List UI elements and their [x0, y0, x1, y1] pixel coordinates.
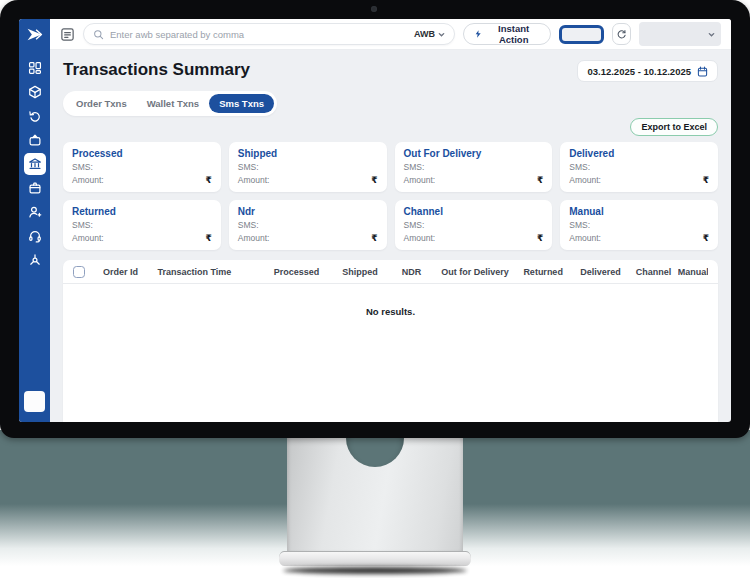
card-title: Shipped: [238, 148, 378, 159]
rupee-symbol: ₹: [371, 175, 377, 185]
integrations-icon: [28, 253, 42, 267]
monitor-bezel: AWB Instant Action: [0, 0, 750, 438]
transactions-table: Order Id Transaction Time Processed Ship…: [63, 260, 718, 422]
amount-label: Amount:: [569, 175, 601, 185]
instant-action-label: Instant Action: [487, 23, 540, 45]
card-title: Processed: [72, 148, 212, 159]
select-all-checkbox[interactable]: [73, 266, 85, 278]
sms-label: SMS:: [569, 162, 590, 172]
sidebar-nav: [24, 57, 46, 271]
account-menu-redacted[interactable]: [639, 22, 721, 46]
card-processed: Processed SMS: Amount:₹: [63, 142, 221, 192]
wallet-balance-redacted[interactable]: [559, 25, 604, 44]
chevron-down-icon: [438, 31, 445, 38]
sidebar-item-support[interactable]: [24, 225, 46, 247]
monitor-stand-base: [279, 551, 471, 566]
amount-label: Amount:: [569, 233, 601, 243]
sidebar-item-buyers[interactable]: [24, 201, 46, 223]
date-range-picker[interactable]: 03.12.2025 - 10.12.2025: [577, 60, 718, 82]
col-delivered: Delivered: [572, 267, 629, 277]
card-manual: Manual SMS: Amount:₹: [560, 200, 718, 250]
amount-label: Amount:: [72, 175, 104, 185]
orders-icon: [28, 85, 42, 99]
col-returned: Returned: [514, 267, 571, 277]
card-title: Channel: [404, 206, 544, 217]
calendar-icon: [697, 66, 708, 77]
card-title: Returned: [72, 206, 212, 217]
awb-dropdown-label: AWB: [414, 29, 435, 39]
sidebar-item-bulk-orders[interactable]: [24, 177, 46, 199]
sms-label: SMS:: [569, 220, 590, 230]
col-manual: Manual: [678, 267, 708, 277]
awb-searchbar: AWB: [83, 23, 455, 45]
sidebar-item-dashboard[interactable]: [24, 57, 46, 79]
card-out-for-delivery: Out For Delivery SMS: Amount:₹: [395, 142, 553, 192]
sidebar-item-orders[interactable]: [24, 81, 46, 103]
card-title: Ndr: [238, 206, 378, 217]
rupee-symbol: ₹: [371, 233, 377, 243]
awb-search-input[interactable]: [110, 29, 408, 40]
amount-label: Amount:: [404, 233, 436, 243]
stand-shadow: [283, 567, 467, 574]
card-returned: Returned SMS: Amount:₹: [63, 200, 221, 250]
page-content: Transactions Summary 03.12.2025 - 10.12.…: [50, 50, 731, 422]
col-ndr: NDR: [387, 267, 435, 277]
bolt-icon: [474, 29, 482, 39]
refresh-icon: [616, 29, 627, 40]
rupee-symbol: ₹: [537, 175, 543, 185]
col-transaction-time: Transaction Time: [157, 267, 260, 277]
sidebar-avatar-redacted[interactable]: [24, 391, 45, 412]
card-delivered: Delivered SMS: Amount:₹: [560, 142, 718, 192]
col-processed: Processed: [260, 267, 333, 277]
brand-logo[interactable]: [19, 19, 50, 50]
amount-label: Amount:: [72, 233, 104, 243]
card-channel: Channel SMS: Amount:₹: [395, 200, 553, 250]
instant-action-button[interactable]: Instant Action: [463, 23, 551, 45]
tab-sms-txns[interactable]: Sms Txns: [209, 94, 274, 113]
returns-icon: [28, 109, 42, 123]
txn-tabs: Order Txns Wallet Txns Sms Txns: [63, 91, 277, 116]
sms-label: SMS:: [238, 162, 259, 172]
rupee-symbol: ₹: [703, 233, 709, 243]
tabs-row: Order Txns Wallet Txns Sms Txns: [63, 91, 718, 116]
shiprocket-logo-icon: [26, 26, 43, 43]
refresh-button[interactable]: [612, 23, 631, 45]
mockup-stage: AWB Instant Action: [0, 0, 750, 578]
tab-order-txns[interactable]: Order Txns: [66, 94, 137, 113]
date-range-label: 03.12.2025 - 10.12.2025: [587, 66, 691, 77]
sidebar: [19, 19, 50, 422]
card-title: Delivered: [569, 148, 709, 159]
card-title: Out For Delivery: [404, 148, 544, 159]
main-area: AWB Instant Action: [50, 19, 731, 422]
no-results-message: No results.: [366, 306, 415, 317]
sidebar-item-weight[interactable]: [24, 129, 46, 151]
billing-bank-icon: [28, 157, 42, 171]
col-order-id: Order Id: [103, 267, 157, 277]
awb-type-dropdown[interactable]: AWB: [414, 29, 445, 39]
buyers-icon: [28, 205, 42, 219]
summary-cards: Processed SMS: Amount:₹ Shipped SMS: Amo…: [63, 142, 718, 250]
bulk-orders-icon: [28, 181, 42, 195]
sidebar-item-returns[interactable]: [24, 105, 46, 127]
sms-label: SMS:: [404, 162, 425, 172]
rupee-symbol: ₹: [205, 175, 211, 185]
dashboard-icon: [28, 61, 42, 75]
tab-wallet-txns[interactable]: Wallet Txns: [137, 94, 209, 113]
card-title: Manual: [569, 206, 709, 217]
rupee-symbol: ₹: [537, 233, 543, 243]
card-shipped: Shipped SMS: Amount:₹: [229, 142, 387, 192]
col-shipped: Shipped: [333, 267, 387, 277]
col-channel: Channel: [629, 267, 677, 277]
webcam-dot: [371, 6, 377, 12]
card-ndr: Ndr SMS: Amount:₹: [229, 200, 387, 250]
export-to-excel-button[interactable]: Export to Excel: [630, 118, 718, 136]
topbar: AWB Instant Action: [50, 19, 731, 50]
list-menu-icon: [60, 27, 75, 42]
table-header-row: Order Id Transaction Time Processed Ship…: [63, 260, 718, 284]
menu-button[interactable]: [60, 27, 75, 42]
export-row: Export to Excel: [63, 118, 718, 136]
sidebar-item-billing[interactable]: [24, 153, 46, 175]
amount-label: Amount:: [238, 233, 270, 243]
sidebar-item-integrations[interactable]: [24, 249, 46, 271]
sms-label: SMS:: [238, 220, 259, 230]
